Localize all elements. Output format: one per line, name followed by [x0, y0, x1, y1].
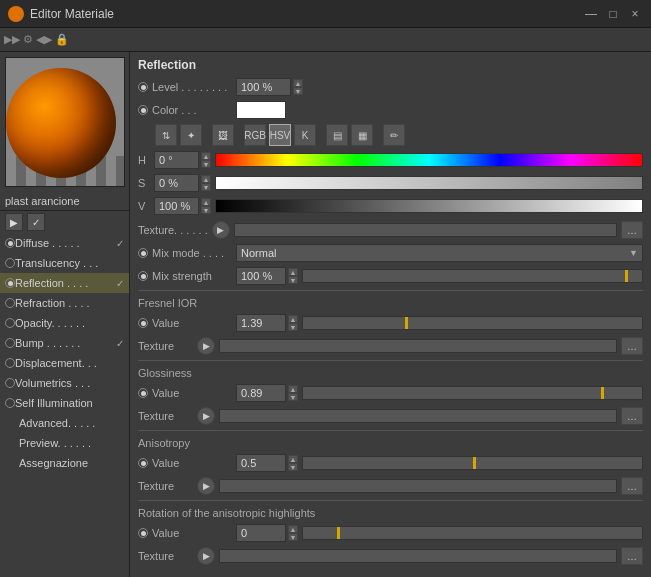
anisotropy-down[interactable]: ▼	[288, 463, 298, 471]
anisotropy-up[interactable]: ▲	[288, 455, 298, 463]
svg-point-0	[11, 9, 21, 19]
anisotropy-marker	[473, 457, 476, 469]
rotation-texture-btn[interactable]: ▶	[197, 547, 215, 565]
s-spinner[interactable]: ▲ ▼	[154, 174, 211, 192]
glossiness-spinner[interactable]: ▲ ▼	[236, 384, 298, 402]
fresnel-up[interactable]: ▲	[288, 315, 298, 323]
color-radio[interactable]	[138, 105, 148, 115]
sidebar-item-diffuse[interactable]: Diffuse . . . . . ✓	[0, 233, 129, 253]
glossiness-texture-more[interactable]: …	[621, 407, 643, 425]
sidebar-item-opacity[interactable]: Opacity. . . . . .	[0, 313, 129, 333]
h-spin-down[interactable]: ▼	[201, 160, 211, 168]
glossiness-texture-btn[interactable]: ▶	[197, 407, 215, 425]
fresnel-radio[interactable]	[138, 318, 148, 328]
sidebar-item-refraction[interactable]: Refraction . . . .	[0, 293, 129, 313]
color-picker-bar: ⇅ ✦ 🖼 RGB HSV K ▤ ▦ ✏ H ▲	[130, 122, 651, 219]
anisotropy-spinner[interactable]: ▲ ▼	[236, 454, 298, 472]
glossiness-track[interactable]	[302, 386, 643, 400]
sidebar-item-advanced[interactable]: Advanced. . . . .	[0, 413, 129, 433]
level-radio[interactable]	[138, 82, 148, 92]
h-spin-up[interactable]: ▲	[201, 152, 211, 160]
anisotropy-radio[interactable]	[138, 458, 148, 468]
tool-eyedropper[interactable]: ✏	[383, 124, 405, 146]
divider-rotation	[138, 500, 643, 501]
fresnel-texture-btn[interactable]: ▶	[197, 337, 215, 355]
sidebar-item-translucency[interactable]: Translucency . . .	[0, 253, 129, 273]
glossiness-down[interactable]: ▼	[288, 393, 298, 401]
level-spin-down[interactable]: ▼	[293, 87, 303, 95]
mix-strength-radio[interactable]	[138, 271, 148, 281]
rotation-track[interactable]	[302, 526, 643, 540]
anisotropy-texture-label: Texture	[138, 480, 193, 492]
close-button[interactable]: ×	[627, 6, 643, 22]
anisotropy-input[interactable]	[236, 454, 286, 472]
rotation-down[interactable]: ▼	[288, 533, 298, 541]
mix-strength-up[interactable]: ▲	[288, 268, 298, 276]
material-ctrl-check[interactable]: ✓	[27, 213, 45, 231]
sidebar-item-bump[interactable]: Bump . . . . . . ✓	[0, 333, 129, 353]
texture-btn-main[interactable]: ▶	[212, 221, 230, 239]
val-track[interactable]	[215, 199, 643, 213]
anisotropy-texture-more[interactable]: …	[621, 477, 643, 495]
tool-k[interactable]: K	[294, 124, 316, 146]
v-spin-down[interactable]: ▼	[201, 206, 211, 214]
minimize-button[interactable]: —	[583, 6, 599, 22]
glossiness-up[interactable]: ▲	[288, 385, 298, 393]
fresnel-input[interactable]	[236, 314, 286, 332]
sidebar-item-reflection[interactable]: Reflection . . . . ✓	[0, 273, 129, 293]
tool-gradient[interactable]: ✦	[180, 124, 202, 146]
mixmode-select[interactable]: Normal ▼	[236, 244, 643, 262]
nav-label-diffuse: Diffuse . . . . .	[15, 237, 116, 249]
fresnel-spinner[interactable]: ▲ ▼	[236, 314, 298, 332]
rotation-texture-more[interactable]: …	[621, 547, 643, 565]
sidebar-item-self-illumination[interactable]: Self Illumination	[0, 393, 129, 413]
tool-swap[interactable]: ⇅	[155, 124, 177, 146]
anisotropy-track[interactable]	[302, 456, 643, 470]
material-ctrl-play[interactable]: ▶	[5, 213, 23, 231]
s-spin-up[interactable]: ▲	[201, 175, 211, 183]
h-input[interactable]	[154, 151, 199, 169]
rotation-radio[interactable]	[138, 528, 148, 538]
color-swatch[interactable]	[236, 101, 286, 119]
fresnel-down[interactable]: ▼	[288, 323, 298, 331]
rotation-input[interactable]	[236, 524, 286, 542]
tool-mix1[interactable]: ▤	[326, 124, 348, 146]
tool-mix2[interactable]: ▦	[351, 124, 373, 146]
level-spinner-arrows: ▲ ▼	[293, 79, 303, 95]
tool-hsv[interactable]: HSV	[269, 124, 291, 146]
fresnel-track[interactable]	[302, 316, 643, 330]
mix-strength-spinner[interactable]: ▲ ▼	[236, 267, 298, 285]
hue-track[interactable]	[215, 153, 643, 167]
mixmode-radio[interactable]	[138, 248, 148, 258]
rotation-up[interactable]: ▲	[288, 525, 298, 533]
h-label: H	[138, 154, 150, 166]
mix-strength-input[interactable]	[236, 267, 286, 285]
mix-strength-track[interactable]	[302, 269, 643, 283]
rotation-spinner[interactable]: ▲ ▼	[236, 524, 298, 542]
mix-strength-down[interactable]: ▼	[288, 276, 298, 284]
fresnel-texture-more[interactable]: …	[621, 337, 643, 355]
s-spin-down[interactable]: ▼	[201, 183, 211, 191]
sidebar-item-assegnazione[interactable]: Assegnazione	[0, 453, 129, 473]
h-spinner[interactable]: ▲ ▼	[154, 151, 211, 169]
level-spin-up[interactable]: ▲	[293, 79, 303, 87]
maximize-button[interactable]: □	[605, 6, 621, 22]
level-spinner[interactable]: ▲ ▼	[236, 78, 303, 96]
sat-track[interactable]	[215, 176, 643, 190]
glossiness-texture-label: Texture	[138, 410, 193, 422]
sidebar-item-preview[interactable]: Preview. . . . . .	[0, 433, 129, 453]
level-label: Level . . . . . . . .	[152, 81, 232, 93]
v-input[interactable]	[154, 197, 199, 215]
s-input[interactable]	[154, 174, 199, 192]
tool-rgb[interactable]: RGB	[244, 124, 266, 146]
level-input[interactable]	[236, 78, 291, 96]
tool-image[interactable]: 🖼	[212, 124, 234, 146]
glossiness-input[interactable]	[236, 384, 286, 402]
texture-more-main[interactable]: …	[621, 221, 643, 239]
anisotropy-texture-btn[interactable]: ▶	[197, 477, 215, 495]
sidebar-item-volumetrics[interactable]: Volumetrics . . .	[0, 373, 129, 393]
v-spinner[interactable]: ▲ ▼	[154, 197, 211, 215]
glossiness-radio[interactable]	[138, 388, 148, 398]
sidebar-item-displacement[interactable]: Displacement. . .	[0, 353, 129, 373]
v-spin-up[interactable]: ▲	[201, 198, 211, 206]
